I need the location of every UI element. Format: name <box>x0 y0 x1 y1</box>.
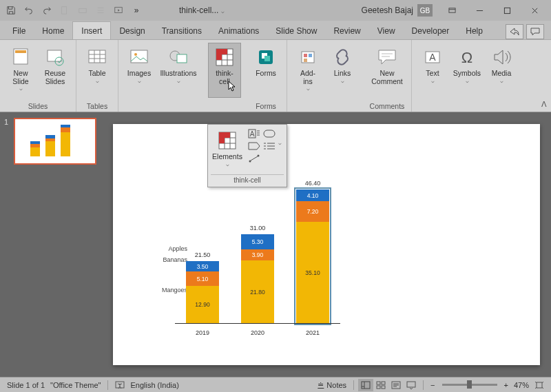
minimize-button[interactable] <box>466 0 493 21</box>
bar-2021[interactable]: 35.10 7.20 4.10 46.40 <box>296 189 329 323</box>
group-label-forms: Forms <box>249 101 282 110</box>
zoom-in-button[interactable]: + <box>501 381 511 389</box>
qat-overflow-icon[interactable]: » <box>128 2 145 19</box>
tab-transitions[interactable]: Transitions <box>154 22 210 39</box>
ribbon-mode-icon[interactable] <box>438 0 466 21</box>
svg-rect-21 <box>302 52 314 63</box>
slide-counter[interactable]: Slide 1 of 1 <box>4 381 48 389</box>
svg-rect-7 <box>48 50 61 61</box>
forms-button[interactable]: Forms <box>249 43 282 98</box>
undo-icon[interactable] <box>21 2 37 19</box>
comments-button[interactable] <box>526 24 544 39</box>
slide-editor[interactable]: Elements⌵ A ⌵ <box>102 112 551 377</box>
pentagon-tool-icon[interactable] <box>248 141 260 151</box>
tab-design[interactable]: Design <box>111 22 153 39</box>
svg-rect-0 <box>62 7 67 14</box>
zoom-slider[interactable] <box>442 384 497 386</box>
group-images: Images⌵ Illustrations⌵ <box>118 40 204 112</box>
collapse-ribbon-icon[interactable]: ᐱ <box>541 100 547 109</box>
images-button[interactable]: Images⌵ <box>123 43 156 98</box>
addins-icon <box>297 46 319 68</box>
start-slideshow-icon[interactable] <box>110 2 127 19</box>
list-tool-icon[interactable] <box>263 141 276 151</box>
new-comment-button[interactable]: New Comment <box>367 43 407 98</box>
tab-view[interactable]: View <box>369 22 404 39</box>
normal-view-icon[interactable] <box>358 379 373 391</box>
qat-align-icon[interactable] <box>92 2 109 19</box>
x-axis <box>175 323 340 324</box>
slide-thumbnail-1[interactable] <box>14 118 96 165</box>
theme-name: "Office Theme" <box>48 381 103 389</box>
svg-rect-23 <box>309 54 312 57</box>
x-axis-labels: 2019 2020 2021 <box>175 329 340 336</box>
accessibility-button[interactable] <box>112 380 127 390</box>
cursor-icon <box>228 81 238 92</box>
svg-rect-46 <box>537 382 542 388</box>
sorter-view-icon[interactable] <box>373 379 388 391</box>
maximize-button[interactable] <box>493 0 521 21</box>
omega-icon: Ω <box>456 46 478 68</box>
bar-2019[interactable]: 12.90 5.10 3.50 21.50 <box>186 261 219 323</box>
tab-animations[interactable]: Animations <box>210 22 267 39</box>
svg-rect-31 <box>219 138 225 143</box>
svg-text:A: A <box>429 52 436 63</box>
svg-rect-41 <box>382 382 385 384</box>
qat-object-icon[interactable] <box>74 2 91 19</box>
group-forms: Forms Forms <box>245 40 287 112</box>
svg-rect-34 <box>264 130 275 137</box>
tab-review[interactable]: Review <box>325 22 368 39</box>
slide-thumbnails: 1 <box>0 112 102 377</box>
illustrations-button[interactable]: Illustrations⌵ <box>157 43 200 98</box>
user-name[interactable]: Geetesh Bajaj <box>362 6 413 15</box>
svg-rect-43 <box>382 386 385 389</box>
language-button[interactable]: English (India) <box>127 381 181 389</box>
slideshow-view-icon[interactable] <box>404 379 419 391</box>
reuse-slides-button[interactable]: Reuse Slides <box>39 43 72 98</box>
tab-home[interactable]: Home <box>34 22 72 39</box>
slide-canvas[interactable]: Elements⌵ A ⌵ <box>113 124 540 365</box>
share-button[interactable] <box>506 24 523 39</box>
addins-button[interactable]: Add- ins⌵ <box>291 43 324 98</box>
svg-point-11 <box>134 53 137 56</box>
thumbnail-number: 1 <box>4 118 11 126</box>
zoom-level[interactable]: 47% <box>511 381 532 389</box>
qat-file-icon[interactable] <box>56 2 73 19</box>
chevron-down-icon[interactable]: ⌵ <box>278 140 282 151</box>
redo-icon[interactable] <box>39 2 55 19</box>
accessibility-icon <box>115 380 125 390</box>
media-button[interactable]: Media⌵ <box>485 43 518 98</box>
text-button[interactable]: A Text⌵ <box>416 43 449 98</box>
bar-2020[interactable]: 21.80 3.90 5.30 31.00 <box>241 234 274 323</box>
stacked-bar-chart[interactable]: Apples Bananas Mangoes 12.90 5.10 3.50 2… <box>134 167 340 339</box>
svg-rect-22 <box>304 54 307 57</box>
reading-view-icon[interactable] <box>388 379 404 391</box>
textbox-tool-icon[interactable]: A <box>248 129 260 138</box>
group-thinkcell: think- cell <box>204 40 245 112</box>
notes-button[interactable]: ≐Notes <box>315 380 349 389</box>
table-button[interactable]: Table⌵ <box>81 43 114 98</box>
thinkcell-button[interactable]: think- cell <box>208 43 241 98</box>
group-tables: Table⌵ Tables <box>76 40 118 112</box>
svg-text:A: A <box>250 130 255 138</box>
symbols-button[interactable]: Ω Symbols⌵ <box>450 43 484 98</box>
svg-rect-42 <box>377 386 380 389</box>
save-icon[interactable] <box>3 2 19 19</box>
group-label-slides: Slides <box>4 101 72 110</box>
svg-rect-13 <box>177 54 187 63</box>
new-slide-button[interactable]: New Slide⌵ <box>4 43 37 98</box>
group-comments: New Comment Comments <box>363 40 412 112</box>
tab-developer[interactable]: Developer <box>404 22 458 39</box>
links-button[interactable]: Links⌵ <box>326 43 359 98</box>
fit-window-icon[interactable] <box>532 379 547 391</box>
group-label-comments: Comments <box>367 101 407 110</box>
tab-slideshow[interactable]: Slide Show <box>267 22 325 39</box>
tab-insert[interactable]: Insert <box>72 21 111 39</box>
rounded-rect-tool-icon[interactable] <box>263 129 276 138</box>
user-avatar[interactable]: GB <box>417 4 433 17</box>
connector-tool-icon[interactable] <box>248 154 260 163</box>
tab-file[interactable]: File <box>4 22 34 39</box>
close-button[interactable] <box>521 0 548 21</box>
elements-button[interactable]: Elements⌵ <box>211 127 244 172</box>
tab-help[interactable]: Help <box>457 22 491 39</box>
zoom-out-button[interactable]: − <box>428 381 437 389</box>
